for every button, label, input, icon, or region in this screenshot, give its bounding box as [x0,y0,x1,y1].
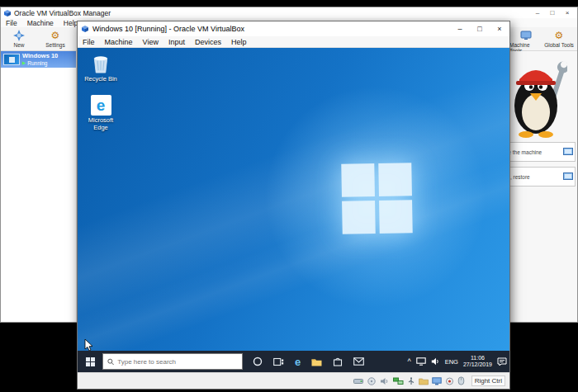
usb-icon[interactable] [407,377,415,385]
host-key-indicator: Right Ctrl [471,375,505,386]
vm-status-label: Running [27,60,47,66]
recycle-bin-icon [91,52,111,74]
mouse-integration-icon[interactable] [457,376,465,385]
hard-disk-icon[interactable] [353,377,363,385]
global-tools-label: Global Tools [544,42,574,48]
vm-title-bar: Windows 10 [Running] - Oracle VM Virtual… [78,21,509,36]
new-vm-icon [13,29,26,41]
taskbar-search-box[interactable] [102,353,243,370]
vm-menu-input[interactable]: Input [163,38,190,46]
vm-list-sidebar: Windows 10 ▶ Running [1,51,77,322]
virtualbox-logo-icon [3,9,12,17]
settings-button[interactable]: ⚙ Settings [40,28,70,48]
settings-gear-icon: ⚙ [50,29,62,41]
vm-menu-bar: File Machine View Input Devices Help [78,36,509,48]
task-view-icon[interactable] [273,357,284,366]
vm-menu-view[interactable]: View [138,38,163,46]
vm-menu-file[interactable]: File [78,38,100,46]
action-center-icon[interactable] [497,357,507,366]
volume-icon[interactable] [431,357,440,366]
screen: Oracle VM VirtualBox Manager – □ × File … [0,0,578,392]
taskbar-pinned-icons: e [253,357,364,367]
vm-window: Windows 10 [Running] - Oracle VM Virtual… [77,21,510,390]
audio-icon[interactable] [380,377,390,385]
desktop-icon-recycle-bin[interactable]: Recycle Bin [82,52,120,83]
vm-window-controls: – □ × [450,21,509,36]
new-vm-button[interactable]: New [4,28,34,48]
virtualbox-logo-icon [81,25,89,33]
machine-tools-button[interactable]: Machine Tools [509,28,542,54]
display-icon[interactable] [432,377,442,385]
windows-logo [341,163,412,234]
desktop-icon-label: Recycle Bin [84,76,117,83]
network-icon[interactable] [416,357,426,366]
vm-list-item-windows10[interactable]: Windows 10 ▶ Running [1,51,76,68]
desktop-icon-microsoft-edge[interactable]: e Microsoft Edge [82,95,120,131]
video-capture-icon[interactable] [445,377,454,385]
tray-date: 27/12/2019 [463,361,492,367]
wallpaper-light-beam [78,48,509,361]
guest-desktop: Recycle Bin e Microsoft Edge [78,48,509,372]
minimize-button[interactable]: – [530,7,545,18]
windows-start-icon [86,357,95,366]
cortana-icon[interactable] [253,357,263,366]
global-tools-button[interactable]: ⚙ Global Tools [542,28,576,54]
settings-label: Settings [45,42,65,48]
new-vm-label: New [13,42,24,48]
machine-tools-icon [520,29,533,41]
edge-taskbar-icon[interactable]: e [295,357,301,367]
optical-drive-icon[interactable] [367,377,377,385]
tools-switcher: Machine Tools ⚙ Global Tools [509,28,576,54]
shared-folders-icon[interactable] [419,377,429,385]
global-tools-icon: ⚙ [553,29,566,41]
screenshot-icon [563,148,573,156]
mouse-cursor [84,338,94,352]
wallpaper-light-beam [78,87,509,372]
edge-icon: e [91,95,111,116]
manager-window-controls: – □ × [530,7,575,18]
vm-name: Windows 10 [22,53,58,59]
system-tray: ^ ENG 11:06 27/12/2019 [407,355,509,369]
file-explorer-icon[interactable] [311,357,322,366]
manager-menu-file[interactable]: File [1,19,22,27]
manager-title-bar: Oracle VM VirtualBox Manager – □ × [1,7,577,18]
search-icon [107,358,114,366]
vm-menu-devices[interactable]: Devices [190,38,226,46]
vm-menu-help[interactable]: Help [226,38,252,46]
close-button[interactable]: × [490,21,509,36]
manager-window-title: Oracle VM VirtualBox Manager [14,9,111,17]
maximize-button[interactable]: □ [545,7,560,18]
manager-menu-machine[interactable]: Machine [22,19,59,27]
tray-chevron-icon[interactable]: ^ [407,358,410,366]
close-button[interactable]: × [560,7,575,18]
mail-icon[interactable] [353,357,364,366]
tux-penguin-mascot [508,53,567,139]
search-input[interactable] [117,358,238,366]
clock[interactable]: 11:06 27/12/2019 [463,355,492,369]
windows-taskbar: e ^ [78,351,509,372]
store-icon[interactable] [333,357,343,366]
maximize-button[interactable]: □ [470,21,490,36]
desktop-icon-label: Microsoft Edge [82,117,120,131]
vm-window-title: Windows 10 [Running] - Oracle VM Virtual… [92,25,244,33]
running-arrow-icon: ▶ [22,60,26,65]
start-button[interactable] [78,351,102,372]
vm-thumbnail [3,54,20,65]
vm-status-bar: Right Ctrl [78,372,509,389]
language-indicator[interactable]: ENG [445,358,458,366]
screenshot-icon [563,172,573,181]
minimize-button[interactable]: – [450,21,470,36]
network-adapter-icon[interactable] [393,377,404,385]
tray-time: 11:06 [471,355,485,361]
vm-menu-machine[interactable]: Machine [100,38,138,46]
